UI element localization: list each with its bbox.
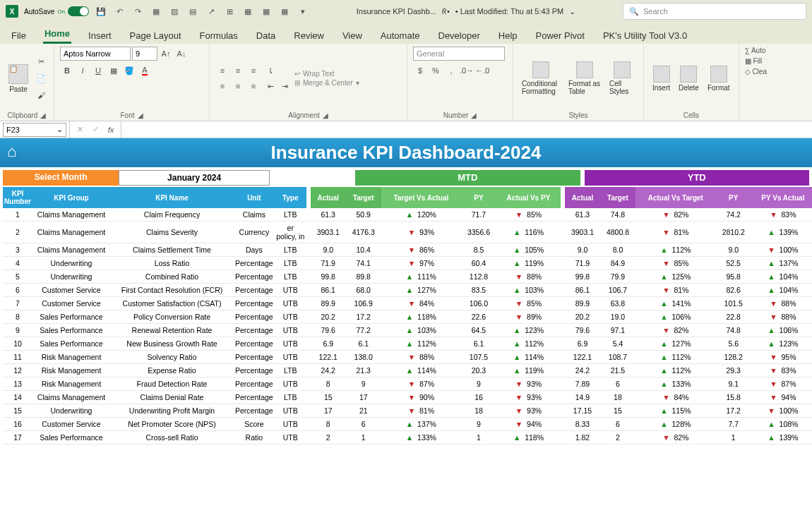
- number-format-select[interactable]: [413, 47, 505, 61]
- tab-insert[interactable]: Insert: [87, 28, 113, 44]
- enter-icon[interactable]: ✓: [88, 123, 102, 137]
- table-row[interactable]: 1Claims ManagementClaim FrequencyClaimsL…: [3, 208, 812, 222]
- align-left-icon[interactable]: ≡: [215, 79, 229, 93]
- table-row[interactable]: 16Customer ServiceNet Promoter Score (NP…: [3, 418, 812, 431]
- chevron-down-icon[interactable]: ⌄: [569, 7, 575, 16]
- qat-icon-2[interactable]: ▨: [168, 5, 181, 18]
- format-as-table-button[interactable]: Format as Table: [566, 60, 604, 97]
- autosum-button[interactable]: ∑ Auto: [745, 47, 766, 54]
- table-row[interactable]: 13Risk ManagementFraud Detection RatePer…: [3, 377, 812, 391]
- orientation-icon[interactable]: ⤹: [263, 64, 277, 78]
- inc-decimal-icon[interactable]: .0→: [460, 64, 474, 78]
- indent-dec-icon[interactable]: ⇤: [263, 79, 277, 93]
- modified-label[interactable]: • Last Modified: Thu at 5:43 PM: [455, 7, 563, 16]
- toggle-icon[interactable]: [68, 6, 89, 16]
- qat-icon-5[interactable]: ⊞: [223, 5, 236, 18]
- currency-icon[interactable]: $: [413, 64, 427, 78]
- merge-center-button[interactable]: ⊞Merge & Center▾: [294, 79, 359, 87]
- tab-pk-s-utility-tool-v3-0[interactable]: PK's Utility Tool V3.0: [602, 28, 688, 44]
- chevron-down-icon[interactable]: ▾: [356, 79, 359, 87]
- tab-data[interactable]: Data: [255, 28, 277, 44]
- italic-icon[interactable]: I: [76, 64, 90, 78]
- fx-icon[interactable]: fx: [104, 123, 118, 137]
- format-painter-icon[interactable]: 🖌: [34, 88, 48, 102]
- table-row[interactable]: 7Customer ServiceCustomer Satisfaction (…: [3, 297, 812, 310]
- tab-automate[interactable]: Automate: [379, 28, 422, 44]
- comma-icon[interactable]: ,: [444, 64, 458, 78]
- cut-icon[interactable]: ✂: [34, 54, 48, 68]
- qat-icon-4[interactable]: ↗: [205, 5, 217, 18]
- increase-font-icon[interactable]: A↑: [159, 47, 173, 61]
- percent-icon[interactable]: %: [429, 64, 443, 78]
- share-icon[interactable]: ᖇ•: [442, 7, 450, 16]
- chevron-down-icon[interactable]: ⌄: [56, 125, 63, 134]
- borders-icon[interactable]: ▦: [107, 64, 121, 78]
- align-mid-icon[interactable]: ≡: [231, 64, 245, 78]
- align-center-icon[interactable]: ≡: [231, 79, 245, 93]
- qat-dropdown-icon[interactable]: ▾: [297, 5, 309, 18]
- tab-home[interactable]: Home: [43, 25, 71, 44]
- table-row[interactable]: 2Claims ManagementClaims SeverityCurrenc…: [3, 222, 812, 243]
- qat-icon-1[interactable]: ▦: [150, 5, 162, 18]
- fill-color-icon[interactable]: 🪣: [122, 64, 136, 78]
- qat-icon-6[interactable]: ▦: [241, 5, 254, 18]
- format-cells-button[interactable]: Format: [705, 64, 733, 93]
- font-color-icon[interactable]: A: [138, 64, 152, 78]
- table-row[interactable]: 14Claims ManagementClaims Denial RatePer…: [3, 391, 812, 404]
- indent-inc-icon[interactable]: ⇥: [277, 79, 292, 93]
- paste-button[interactable]: 📋Paste: [6, 63, 31, 95]
- table-row[interactable]: 3Claims ManagementClaims Settlement Time…: [3, 243, 812, 257]
- delete-cells-button[interactable]: Delete: [676, 64, 702, 93]
- clear-button[interactable]: ◇ Clea: [745, 68, 767, 75]
- qat-icon-8[interactable]: ▦: [278, 5, 291, 18]
- conditional-formatting-button[interactable]: Conditional Formatting: [519, 60, 563, 97]
- select-month-value[interactable]: January 2024: [119, 170, 270, 186]
- table-row[interactable]: 15UnderwritingUnderwriting Profit Margin…: [3, 404, 812, 418]
- fill-button[interactable]: ▦ Fill: [745, 57, 763, 65]
- dec-decimal-icon[interactable]: ←.0: [475, 64, 489, 78]
- wrap-text-button[interactable]: ↩Wrap Text: [294, 70, 359, 78]
- home-icon[interactable]: ⌂: [7, 143, 16, 161]
- month-selector[interactable]: Select Month January 2024: [3, 170, 270, 186]
- tab-formulas[interactable]: Formulas: [198, 28, 239, 44]
- underline-icon[interactable]: U: [91, 64, 105, 78]
- undo-icon[interactable]: ↶: [113, 5, 126, 18]
- doc-name[interactable]: Insurance KPI Dashb...: [357, 7, 436, 16]
- cell-styles-button[interactable]: Cell Styles: [607, 60, 638, 97]
- table-row[interactable]: 11Risk ManagementSolvency RatioPercentag…: [3, 351, 812, 364]
- table-row[interactable]: 17Sales PerformanceCross-sell RatioRatio…: [3, 431, 812, 445]
- font-size-input[interactable]: [132, 47, 157, 61]
- align-top-icon[interactable]: ≡: [215, 64, 229, 78]
- cancel-icon[interactable]: ✕: [73, 123, 87, 137]
- table-row[interactable]: 10Sales PerformanceNew Business Growth R…: [3, 337, 812, 351]
- insert-cells-button[interactable]: Insert: [650, 64, 673, 93]
- autosave-toggle[interactable]: AutoSave On: [24, 6, 89, 16]
- align-right-icon[interactable]: ≡: [246, 79, 261, 93]
- tab-page-layout[interactable]: Page Layout: [129, 28, 183, 44]
- dialog-launcher-icon[interactable]: ◢: [323, 111, 328, 119]
- tab-review[interactable]: Review: [292, 28, 326, 44]
- font-name-input[interactable]: [60, 47, 131, 61]
- table-row[interactable]: 8Sales PerformancePolicy Conversion Rate…: [3, 310, 812, 324]
- table-row[interactable]: 9Sales PerformanceRenewal Retention Rate…: [3, 324, 812, 337]
- tab-developer[interactable]: Developer: [437, 28, 482, 44]
- qat-icon-7[interactable]: ▦: [260, 5, 273, 18]
- redo-icon[interactable]: ↷: [131, 5, 144, 18]
- table-row[interactable]: 6Customer ServiceFirst Contact Resolutio…: [3, 284, 812, 297]
- bold-icon[interactable]: B: [60, 64, 74, 78]
- copy-icon[interactable]: 📄: [34, 71, 48, 85]
- dialog-launcher-icon[interactable]: ◢: [138, 111, 143, 119]
- save-icon[interactable]: 💾: [95, 5, 107, 18]
- tab-power-pivot[interactable]: Power Pivot: [535, 28, 586, 44]
- decrease-font-icon[interactable]: A↓: [174, 47, 189, 61]
- align-bot-icon[interactable]: ≡: [246, 64, 261, 78]
- dialog-launcher-icon[interactable]: ◢: [40, 111, 46, 119]
- tab-help[interactable]: Help: [497, 28, 519, 44]
- qat-icon-3[interactable]: ▤: [186, 5, 199, 18]
- search-input[interactable]: 🔍 Search: [623, 3, 806, 20]
- dialog-launcher-icon[interactable]: ◢: [471, 111, 477, 119]
- table-row[interactable]: 5UnderwritingCombined RatioPercentageLTB…: [3, 270, 812, 284]
- table-row[interactable]: 4UnderwritingLoss RatioPercentageLTB71.9…: [3, 257, 812, 270]
- table-row[interactable]: 12Risk ManagementExpense RatioPercentage…: [3, 364, 812, 377]
- tab-view[interactable]: View: [341, 28, 364, 44]
